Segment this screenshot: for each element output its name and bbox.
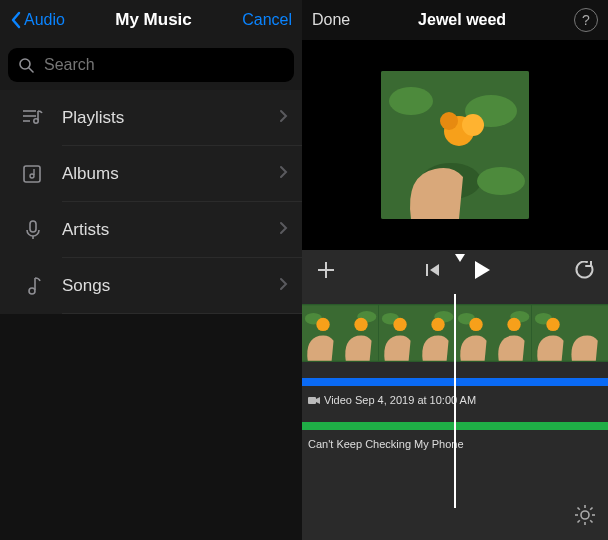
clip-thumbnail <box>532 304 570 362</box>
playback-controls <box>302 250 608 294</box>
category-list: Playlists Albums Artists <box>0 90 302 314</box>
back-button[interactable]: Audio <box>10 11 65 29</box>
svg-rect-44 <box>308 397 316 404</box>
video-preview-area <box>302 40 608 250</box>
video-icon <box>308 396 320 405</box>
settings-button[interactable] <box>574 504 596 530</box>
chevron-right-icon <box>279 277 288 295</box>
undo-icon <box>572 261 594 279</box>
editor-header: Done Jewel weed ? <box>302 0 608 40</box>
svg-point-15 <box>477 167 525 195</box>
video-clip-label: Video Sep 4, 2019 at 10:00 AM <box>308 394 476 406</box>
svg-point-17 <box>462 114 484 136</box>
project-title: Jewel weed <box>418 11 506 29</box>
play-button[interactable] <box>472 259 492 285</box>
add-media-button[interactable] <box>316 260 336 284</box>
row-playlists[interactable]: Playlists <box>0 90 302 146</box>
svg-line-1 <box>29 68 33 72</box>
row-label: Artists <box>62 220 109 240</box>
row-label: Songs <box>62 276 110 296</box>
clip-thumbnail <box>379 304 417 362</box>
search-icon <box>18 57 34 73</box>
row-label: Albums <box>62 164 119 184</box>
undo-button[interactable] <box>572 261 594 283</box>
artists-icon <box>20 219 46 241</box>
svg-line-51 <box>590 520 592 522</box>
music-picker-header: Audio My Music Cancel <box>0 0 302 40</box>
skip-back-button[interactable] <box>424 262 442 282</box>
svg-rect-8 <box>30 221 36 232</box>
svg-point-42 <box>546 318 559 331</box>
timeline[interactable]: Video Sep 4, 2019 at 10:00 AM Can't Keep… <box>302 294 608 540</box>
preview-image <box>381 71 529 219</box>
done-button[interactable]: Done <box>312 11 350 29</box>
svg-point-5 <box>34 119 38 123</box>
songs-icon <box>20 275 46 297</box>
clip-thumbnail <box>455 304 493 362</box>
audio-clip-label: Can't Keep Checking My Phone <box>308 438 464 450</box>
music-picker-pane: Audio My Music Cancel Playlists <box>0 0 302 540</box>
row-songs[interactable]: Songs <box>0 258 302 314</box>
search-field[interactable] <box>8 48 294 82</box>
chevron-right-icon <box>279 221 288 239</box>
svg-point-45 <box>581 511 589 519</box>
back-label: Audio <box>24 11 65 29</box>
row-artists[interactable]: Artists <box>0 202 302 258</box>
row-albums[interactable]: Albums <box>0 146 302 202</box>
row-label: Playlists <box>62 108 124 128</box>
clip-thumbnail <box>570 304 608 362</box>
cancel-button[interactable]: Cancel <box>242 11 292 29</box>
skip-back-icon <box>424 262 442 278</box>
svg-point-12 <box>389 87 433 115</box>
svg-point-27 <box>355 318 368 331</box>
video-preview[interactable] <box>381 71 529 219</box>
clip-thumbnail <box>493 304 531 362</box>
play-icon <box>472 259 492 281</box>
svg-line-53 <box>590 508 592 510</box>
svg-line-52 <box>578 520 580 522</box>
playhead[interactable] <box>454 294 456 508</box>
gear-icon <box>574 504 596 526</box>
question-icon: ? <box>582 12 590 28</box>
clip-thumbnail <box>340 304 378 362</box>
editor-pane: Done Jewel weed ? <box>302 0 608 540</box>
search-input[interactable] <box>42 55 284 75</box>
svg-line-50 <box>578 508 580 510</box>
svg-point-18 <box>440 112 458 130</box>
plus-icon <box>316 260 336 280</box>
chevron-left-icon <box>10 11 22 29</box>
playlists-icon <box>20 108 46 128</box>
svg-point-39 <box>508 318 521 331</box>
svg-point-36 <box>469 318 482 331</box>
svg-point-30 <box>393 318 406 331</box>
clip-thumbnail <box>417 304 455 362</box>
picker-title: My Music <box>115 10 192 30</box>
chevron-right-icon <box>279 109 288 127</box>
svg-point-10 <box>29 288 35 294</box>
search-wrap <box>0 40 302 90</box>
svg-point-33 <box>431 318 444 331</box>
playhead-marker-icon <box>454 249 466 267</box>
svg-point-7 <box>30 174 34 178</box>
albums-icon <box>20 164 46 184</box>
chevron-right-icon <box>279 165 288 183</box>
clip-thumbnail <box>302 304 340 362</box>
help-button[interactable]: ? <box>574 8 598 32</box>
svg-point-24 <box>316 318 329 331</box>
